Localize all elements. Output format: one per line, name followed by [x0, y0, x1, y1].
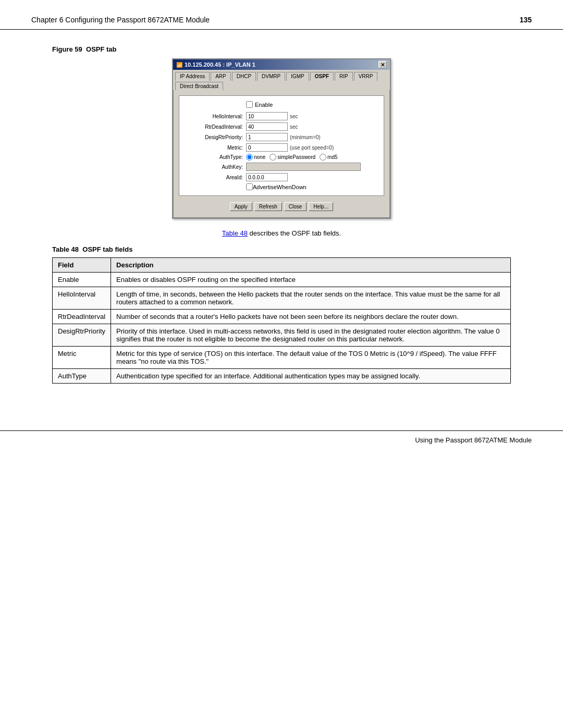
tab-ospf[interactable]: OSPF	[310, 72, 334, 81]
auth-type-simple-radio[interactable]	[270, 154, 276, 161]
table-row: EnableEnables or disables OSPF routing o…	[53, 273, 511, 287]
hello-interval-row: HelloInterval: sec	[183, 112, 380, 120]
content-area: Figure 59 OSPF tab 📶 10.125.200.45 : IP_…	[0, 40, 563, 410]
description-cell: Enables or disables OSPF routing on the …	[111, 273, 511, 287]
dialog-close-btn[interactable]: ✕	[378, 61, 387, 68]
description-cell: Length of time, in seconds, between the …	[111, 287, 511, 310]
dialog-window: 📶 10.125.200.45 : IP_VLAN 1 ✕ IP Address…	[172, 58, 391, 219]
chapter-header: Chapter 6 Configuring the Passport 8672A…	[0, 10, 563, 30]
description-cell: Metric for this type of service (TOS) on…	[111, 347, 511, 369]
refresh-button[interactable]: Refresh	[254, 202, 282, 211]
rtrdead-interval-row: RtrDeadInterval: sec	[183, 122, 380, 131]
rtrdead-interval-unit: sec	[290, 124, 298, 130]
table-row: AuthTypeAuthentication type specified fo…	[53, 369, 511, 384]
tab-direct-broadcast[interactable]: Direct Broadcast	[175, 82, 223, 90]
dialog-titlebar: 📶 10.125.200.45 : IP_VLAN 1 ✕	[173, 59, 390, 70]
dialog-titlebar-title: 📶 10.125.200.45 : IP_VLAN 1	[176, 61, 255, 68]
auth-type-none-radio[interactable]	[246, 154, 253, 161]
advertise-label: AdvertiseWhenDown	[253, 184, 307, 190]
auth-key-label: AuthKey:	[183, 164, 246, 170]
metric-input[interactable]	[246, 143, 288, 152]
desig-rtr-priority-label: DesigRtrPriority:	[183, 134, 246, 140]
area-id-row: AreaId:	[183, 173, 380, 181]
table-row: HelloIntervalLength of time, in seconds,…	[53, 287, 511, 310]
auth-key-row: AuthKey:	[183, 163, 380, 171]
enable-label: Enable	[255, 102, 273, 108]
column-field: Field	[53, 258, 111, 273]
apply-button[interactable]: Apply	[230, 202, 252, 211]
table-heading-title: OSPF tab fields	[82, 245, 132, 253]
auth-type-label: AuthType:	[183, 154, 246, 160]
page-number: 135	[520, 16, 532, 24]
auth-type-md5-radio[interactable]	[320, 154, 326, 161]
metric-label: Metric:	[183, 145, 246, 151]
tab-igmp[interactable]: IGMP	[286, 72, 309, 81]
description-cell: Authentication type specified for an int…	[111, 369, 511, 384]
table-heading-label: Table 48	[52, 245, 79, 253]
rtrdead-interval-input[interactable]	[246, 122, 288, 131]
field-cell: Enable	[53, 273, 111, 287]
desig-rtr-priority-hint: (minimum=0)	[290, 134, 321, 140]
tab-arp[interactable]: ARP	[211, 72, 231, 81]
field-cell: AuthType	[53, 369, 111, 384]
auth-type-none-option: none	[246, 154, 265, 161]
table-row: RtrDeadIntervalNumber of seconds that a …	[53, 310, 511, 324]
metric-hint: (use port speed=0)	[290, 145, 334, 151]
ospf-fields-table: Field Description EnableEnables or disab…	[52, 257, 511, 384]
area-id-input[interactable]	[246, 173, 288, 181]
dialog-body: Enable HelloInterval: sec RtrDeadInterva…	[173, 90, 390, 218]
table-ref-text: Table 48 describes the OSPF tab fields.	[52, 229, 511, 237]
field-cell: HelloInterval	[53, 287, 111, 310]
signal-icon: 📶	[176, 62, 182, 68]
dialog-wrapper: 📶 10.125.200.45 : IP_VLAN 1 ✕ IP Address…	[52, 58, 511, 219]
enable-row: Enable	[183, 101, 380, 108]
chapter-title: Chapter 6 Configuring the Passport 8672A…	[31, 16, 210, 24]
area-id-label: AreaId:	[183, 175, 246, 180]
close-button[interactable]: Close	[284, 202, 307, 211]
tab-ip-address[interactable]: IP Address	[175, 72, 210, 81]
tab-vrrp[interactable]: VRRP	[354, 72, 378, 81]
auth-type-md5-option: md5	[320, 154, 337, 161]
dialog-buttons: Apply Refresh Close Help...	[179, 200, 384, 212]
tab-dhcp[interactable]: DHCP	[232, 72, 256, 81]
auth-type-none-label: none	[254, 154, 265, 160]
auth-type-row: AuthType: none simplePassword	[183, 154, 380, 161]
help-button[interactable]: Help...	[309, 202, 333, 211]
auth-type-radio-group: none simplePassword md5	[246, 154, 338, 161]
table-row: MetricMetric for this type of service (T…	[53, 347, 511, 369]
table-row: DesigRtrPriorityPriority of this interfa…	[53, 324, 511, 347]
auth-type-md5-label: md5	[327, 154, 337, 160]
dialog-form: Enable HelloInterval: sec RtrDeadInterva…	[179, 95, 384, 196]
table-heading: Table 48 OSPF tab fields	[52, 245, 511, 253]
field-cell: RtrDeadInterval	[53, 310, 111, 324]
metric-row: Metric: (use port speed=0)	[183, 143, 380, 152]
auth-key-input[interactable]	[246, 163, 361, 171]
advertise-row: AdvertiseWhenDown	[183, 183, 380, 190]
tab-rip[interactable]: RIP	[335, 72, 353, 81]
desig-rtr-priority-input[interactable]	[246, 133, 288, 141]
figure-number: Figure 59	[52, 45, 82, 53]
field-cell: Metric	[53, 347, 111, 369]
hello-interval-label: HelloInterval:	[183, 114, 246, 119]
rtrdead-interval-label: RtrDeadInterval:	[183, 124, 246, 130]
table-ref-rest: describes the OSPF tab fields.	[250, 229, 341, 237]
column-description: Description	[111, 258, 511, 273]
page-footer: Using the Passport 8672ATME Module	[0, 430, 563, 449]
hello-interval-unit: sec	[290, 114, 298, 119]
dialog-tabs: IP Address ARP DHCP DVMRP IGMP OSPF RIP …	[173, 70, 390, 90]
desig-rtr-priority-row: DesigRtrPriority: (minimum=0)	[183, 133, 380, 141]
figure-label: Figure 59 OSPF tab	[52, 45, 511, 53]
enable-checkbox[interactable]	[246, 101, 253, 108]
dialog-title-text: 10.125.200.45 : IP_VLAN 1	[185, 61, 255, 68]
auth-type-simple-label: simplePassword	[277, 154, 315, 160]
field-cell: DesigRtrPriority	[53, 324, 111, 347]
hello-interval-input[interactable]	[246, 112, 288, 120]
description-cell: Priority of this interface. Used in mult…	[111, 324, 511, 347]
tab-dvmrp[interactable]: DVMRP	[257, 72, 285, 81]
auth-type-simple-option: simplePassword	[270, 154, 315, 161]
advertise-checkbox[interactable]	[246, 183, 253, 190]
table-ref-link[interactable]: Table 48	[222, 229, 248, 237]
footer-text: Using the Passport 8672ATME Module	[415, 436, 532, 444]
figure-title: OSPF tab	[86, 45, 117, 53]
description-cell: Number of seconds that a router's Hello …	[111, 310, 511, 324]
